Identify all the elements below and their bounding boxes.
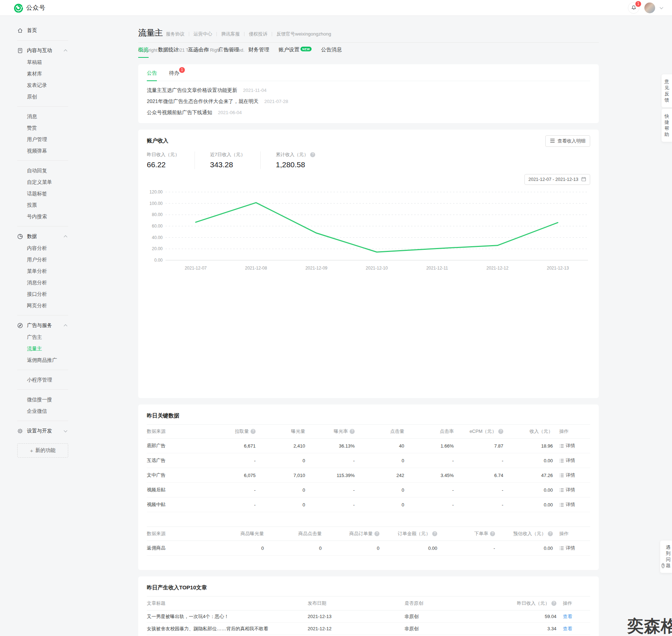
sidebar-item-menu-analysis[interactable]: 菜单分析 [17,265,68,277]
list-item: 公众号视频前贴广告下线通知 2021-06-04 [147,107,590,118]
svg-text:60.00: 60.00 [152,224,163,229]
main-tabs: 概览 数据统计 互选合作 广告管理 财务管理 账户设置NEW 公告消息 [138,46,599,58]
problem-help-button[interactable]: 遇到问题 [660,540,672,573]
help-icon[interactable] [251,429,256,434]
tab-ad-management[interactable]: 广告管理 [218,46,239,58]
table-row: 女孩被舍友校园暴力、踢隐私部位……背后的真相我不敢看 2021-12-12 非原… [147,623,590,635]
quick-help-tab[interactable]: 快捷帮助 [661,108,672,142]
table-row: 视频中贴 - 0 - 0 - - 0.00 详情 [147,497,590,512]
feedback-tab[interactable]: 意见反馈 [661,74,672,108]
help-icon[interactable] [551,601,556,606]
sidebar-item-wecom[interactable]: 企业微信 [17,405,68,417]
calendar-icon [581,177,586,183]
svg-text:80.00: 80.00 [152,212,163,217]
announcement-link[interactable]: 2021年微信广告生态合作伙伴大会来了，就在明天 [147,98,258,105]
help-icon[interactable] [310,152,315,157]
help-icon[interactable] [548,531,553,536]
help-icon[interactable] [490,531,495,536]
sidebar-item-material-library[interactable]: 素材库 [17,68,68,79]
sidebar-item-api-analysis[interactable]: 接口分析 [17,288,68,300]
svg-text:2021-12-08: 2021-12-08 [245,266,267,271]
tab-data-statistics[interactable]: 数据统计 [158,46,179,58]
sidebar-item-rebate-goods[interactable]: 返佣商品推广 [17,354,68,366]
sidebar-item-content-analysis[interactable]: 内容分析 [17,242,68,254]
view-article-link[interactable]: 查看 [563,611,590,622]
divider [17,106,68,107]
tab-announcement[interactable]: 公告消息 [321,46,342,58]
announcement-link[interactable]: 流量主互选广告位文章价格设置功能更新 [147,87,237,94]
help-icon[interactable] [432,531,437,536]
new-feature-button[interactable]: 新的功能 [17,443,68,458]
sidebar-item-draftbox[interactable]: 草稿箱 [17,56,68,68]
detail-link[interactable]: 详情 [559,453,590,468]
divider [17,389,68,390]
tab-finance-management[interactable]: 财务管理 [248,46,269,58]
goods-table-header: 数据来源 商品曝光量 商品点击量 商品订单量 订单金额（元） 下单率 预估收入（… [147,527,590,541]
view-income-detail-button[interactable]: 查看收入明细 [545,135,590,147]
sidebar-item-auto-reply[interactable]: 自动回复 [17,165,68,176]
sidebar-item-home[interactable]: 首页 [17,24,68,36]
sidebar-group-data[interactable]: 数据 [17,230,68,242]
chevron-up-icon[interactable] [64,235,67,239]
top10-articles-card: 昨日产生收入TOP10文章 文章标题 发布日期 是否原创 昨日收入（元） 操作 … [138,576,599,636]
chevron-up-icon[interactable] [64,324,67,328]
sidebar-item-reward[interactable]: 赞赏 [17,122,68,134]
detail-link[interactable]: 详情 [559,439,590,453]
sidebar-item-video-danmu[interactable]: 视频弹幕 [17,145,68,156]
sidebar-group-settings-dev[interactable]: 设置与开发 [17,425,68,437]
sidebar-item-topic-tag[interactable]: 话题标签 [17,188,68,199]
notification-count-badge: 1 [635,1,641,7]
sidebar-item-message-analysis[interactable]: 消息分析 [17,277,68,288]
sidebar-item-web-analysis[interactable]: 网页分析 [17,300,68,311]
date-range-picker[interactable]: 2021-12-07 - 2021-12-13 [524,174,590,185]
help-icon[interactable] [374,531,379,536]
divider [17,160,68,161]
chevron-down-icon[interactable] [64,429,67,432]
tab-account-settings[interactable]: 账户设置NEW [279,46,312,58]
table-row: 视频后贴 - 0 - 0 - - 0.00 详情 [147,483,590,497]
sidebar-item-custom-menu[interactable]: 自定义菜单 [17,176,68,188]
svg-text:40.00: 40.00 [152,235,163,240]
sidebar-item-publish-record[interactable]: 发表记录 [17,79,68,91]
help-icon[interactable] [498,429,503,434]
tab-todo[interactable]: 待办1 [169,70,179,81]
tab-mutual-selection[interactable]: 互选合作 [188,46,209,58]
card-title: 账户收入 [147,137,590,144]
sidebar-item-original[interactable]: 原创 [17,91,68,102]
avatar[interactable] [644,3,655,13]
sidebar: 首页 内容与互动 草稿箱 素材库 发表记录 原创 消息 赞赏 用户管理 视频弹幕… [0,16,83,458]
detail-link[interactable]: 详情 [559,483,590,497]
tab-notice[interactable]: 公告 [147,70,157,81]
sidebar-item-user-analysis[interactable]: 用户分析 [17,254,68,265]
detail-link[interactable]: 详情 [559,468,590,482]
help-icon[interactable] [350,429,355,434]
announcement-link[interactable]: 公众号视频前贴广告下线通知 [147,109,212,116]
brand[interactable]: 公众号 [14,3,46,13]
announcement-card: 公告 待办1 流量主互选广告位文章价格设置功能更新 2021-11-04 202… [138,64,599,123]
card-title: 昨日产生收入TOP10文章 [147,584,590,591]
divider [17,315,68,315]
notification-bell-button[interactable]: 1 [628,2,639,14]
svg-text:2021-12-11: 2021-12-11 [426,266,448,271]
table-row: 返佣商品 0 0 0 0.00 - 0.00 详情 [147,541,590,556]
sidebar-item-user-management[interactable]: 用户管理 [17,134,68,145]
sidebar-item-wechat-search[interactable]: 微信搜一搜 [17,394,68,405]
sidebar-item-message[interactable]: 消息 [17,111,68,122]
detail-link[interactable]: 详情 [559,541,590,555]
sidebar-group-content-interaction[interactable]: 内容与互动 [17,45,68,56]
announcement-date: 2021-07-28 [264,99,288,104]
sidebar-item-advertiser[interactable]: 广告主 [17,331,68,343]
gear-icon [17,428,23,434]
sidebar-item-miniprogram-management[interactable]: 小程序管理 [17,374,68,385]
yesterday-key-data-card: 昨日关键数据 数据来源 拉取量 曝光量 曝光率 点击量 点击率 eCPM（元） … [138,404,599,570]
sidebar-group-ads-services[interactable]: 广告与服务 [17,319,68,331]
sidebar-item-account-search[interactable]: 号内搜索 [17,211,68,222]
tab-overview[interactable]: 概览 [138,46,149,58]
view-article-link[interactable]: 查看 [563,623,590,635]
chevron-up-icon[interactable] [64,50,67,53]
detail-link[interactable]: 详情 [559,497,590,512]
sidebar-item-vote[interactable]: 投票 [17,199,68,211]
chevron-down-icon[interactable] [660,5,663,9]
divider [17,40,68,41]
sidebar-item-traffic-master[interactable]: 流量主 [17,343,68,354]
